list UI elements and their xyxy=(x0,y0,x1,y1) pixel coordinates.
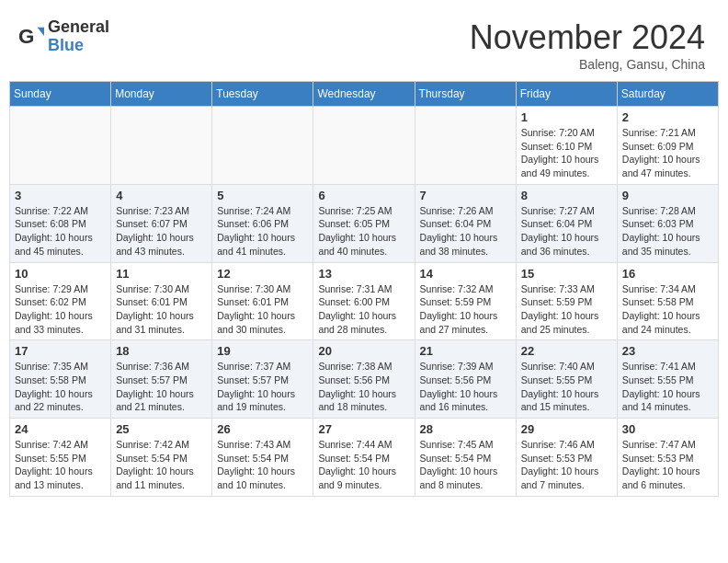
day-info: Sunrise: 7:41 AM Sunset: 5:55 PM Dayligh… xyxy=(622,360,713,414)
day-info: Sunrise: 7:25 AM Sunset: 6:05 PM Dayligh… xyxy=(318,204,409,259)
day-info: Sunrise: 7:40 AM Sunset: 5:55 PM Dayligh… xyxy=(521,360,612,414)
weekday-header: Wednesday xyxy=(313,82,415,107)
day-info: Sunrise: 7:27 AM Sunset: 6:04 PM Dayligh… xyxy=(521,204,612,259)
day-info: Sunrise: 7:38 AM Sunset: 5:56 PM Dayligh… xyxy=(318,360,409,414)
calendar-day-cell: 23Sunrise: 7:41 AM Sunset: 5:55 PM Dayli… xyxy=(617,340,718,419)
month-title: November 2024 xyxy=(470,18,705,57)
calendar-day-cell: 15Sunrise: 7:33 AM Sunset: 5:59 PM Dayli… xyxy=(516,262,617,340)
day-info: Sunrise: 7:44 AM Sunset: 5:54 PM Dayligh… xyxy=(318,438,409,492)
weekday-header: Tuesday xyxy=(212,82,313,107)
calendar-day-cell: 13Sunrise: 7:31 AM Sunset: 6:00 PM Dayli… xyxy=(313,262,415,340)
calendar-day-cell: 14Sunrise: 7:32 AM Sunset: 5:59 PM Dayli… xyxy=(415,262,516,340)
day-number: 19 xyxy=(217,344,308,358)
day-info: Sunrise: 7:29 AM Sunset: 6:02 PM Dayligh… xyxy=(15,282,106,337)
day-number: 13 xyxy=(318,267,409,281)
calendar-week-row: 1Sunrise: 7:20 AM Sunset: 6:10 PM Daylig… xyxy=(10,107,719,185)
logo-general: General xyxy=(48,18,109,37)
day-info: Sunrise: 7:33 AM Sunset: 5:59 PM Dayligh… xyxy=(521,282,612,337)
calendar-day-cell: 25Sunrise: 7:42 AM Sunset: 5:54 PM Dayli… xyxy=(111,419,212,497)
day-info: Sunrise: 7:42 AM Sunset: 5:54 PM Dayligh… xyxy=(116,438,207,492)
day-number: 26 xyxy=(217,422,308,436)
day-info: Sunrise: 7:36 AM Sunset: 5:57 PM Dayligh… xyxy=(116,360,207,414)
calendar-day-cell xyxy=(10,107,111,185)
day-info: Sunrise: 7:42 AM Sunset: 5:55 PM Dayligh… xyxy=(15,438,106,492)
calendar-day-cell: 8Sunrise: 7:27 AM Sunset: 6:04 PM Daylig… xyxy=(516,184,617,262)
calendar-day-cell: 1Sunrise: 7:20 AM Sunset: 6:10 PM Daylig… xyxy=(516,107,617,185)
svg-marker-1 xyxy=(38,28,44,36)
calendar-day-cell xyxy=(313,107,415,185)
day-info: Sunrise: 7:31 AM Sunset: 6:00 PM Dayligh… xyxy=(318,282,409,337)
day-number: 5 xyxy=(217,189,308,202)
location-subtitle: Baleng, Gansu, China xyxy=(470,57,705,72)
calendar-table: SundayMondayTuesdayWednesdayThursdayFrid… xyxy=(9,81,719,497)
day-number: 3 xyxy=(15,189,106,202)
calendar-day-cell xyxy=(415,107,516,185)
weekday-header: Monday xyxy=(111,82,212,107)
day-number: 6 xyxy=(318,189,409,202)
logo: G General Blue xyxy=(18,18,109,55)
day-number: 2 xyxy=(622,110,713,124)
day-number: 23 xyxy=(622,344,713,358)
day-info: Sunrise: 7:35 AM Sunset: 5:58 PM Dayligh… xyxy=(15,360,106,414)
day-info: Sunrise: 7:20 AM Sunset: 6:10 PM Dayligh… xyxy=(521,126,612,180)
calendar-day-cell: 16Sunrise: 7:34 AM Sunset: 5:58 PM Dayli… xyxy=(617,262,718,340)
calendar-day-cell: 30Sunrise: 7:47 AM Sunset: 5:53 PM Dayli… xyxy=(617,419,718,497)
day-number: 27 xyxy=(318,422,409,436)
day-number: 7 xyxy=(420,189,511,202)
day-number: 9 xyxy=(622,189,713,202)
calendar-week-row: 3Sunrise: 7:22 AM Sunset: 6:08 PM Daylig… xyxy=(10,184,719,262)
day-info: Sunrise: 7:30 AM Sunset: 6:01 PM Dayligh… xyxy=(217,282,308,337)
page-header: G General Blue November 2024 Baleng, Gan… xyxy=(9,9,719,81)
calendar-day-cell: 5Sunrise: 7:24 AM Sunset: 6:06 PM Daylig… xyxy=(212,184,313,262)
calendar-day-cell: 12Sunrise: 7:30 AM Sunset: 6:01 PM Dayli… xyxy=(212,262,313,340)
day-number: 12 xyxy=(217,267,308,281)
calendar-week-row: 24Sunrise: 7:42 AM Sunset: 5:55 PM Dayli… xyxy=(10,419,719,497)
day-info: Sunrise: 7:21 AM Sunset: 6:09 PM Dayligh… xyxy=(622,126,713,180)
day-info: Sunrise: 7:45 AM Sunset: 5:54 PM Dayligh… xyxy=(420,438,511,492)
calendar-day-cell: 18Sunrise: 7:36 AM Sunset: 5:57 PM Dayli… xyxy=(111,340,212,419)
calendar-day-cell xyxy=(111,107,212,185)
calendar-day-cell: 3Sunrise: 7:22 AM Sunset: 6:08 PM Daylig… xyxy=(10,184,111,262)
calendar-day-cell: 6Sunrise: 7:25 AM Sunset: 6:05 PM Daylig… xyxy=(313,184,415,262)
title-block: November 2024 Baleng, Gansu, China xyxy=(470,18,705,72)
day-number: 16 xyxy=(622,267,713,281)
weekday-header: Saturday xyxy=(617,82,718,107)
day-info: Sunrise: 7:24 AM Sunset: 6:06 PM Dayligh… xyxy=(217,204,308,259)
calendar-day-cell: 7Sunrise: 7:26 AM Sunset: 6:04 PM Daylig… xyxy=(415,184,516,262)
calendar-day-cell: 21Sunrise: 7:39 AM Sunset: 5:56 PM Dayli… xyxy=(415,340,516,419)
day-info: Sunrise: 7:47 AM Sunset: 5:53 PM Dayligh… xyxy=(622,438,713,492)
calendar-day-cell: 29Sunrise: 7:46 AM Sunset: 5:53 PM Dayli… xyxy=(516,419,617,497)
day-number: 15 xyxy=(521,267,612,281)
calendar-day-cell: 2Sunrise: 7:21 AM Sunset: 6:09 PM Daylig… xyxy=(617,107,718,185)
logo-text: General Blue xyxy=(48,18,109,55)
calendar-day-cell: 17Sunrise: 7:35 AM Sunset: 5:58 PM Dayli… xyxy=(10,340,111,419)
day-info: Sunrise: 7:46 AM Sunset: 5:53 PM Dayligh… xyxy=(521,438,612,492)
day-info: Sunrise: 7:39 AM Sunset: 5:56 PM Dayligh… xyxy=(420,360,511,414)
day-info: Sunrise: 7:34 AM Sunset: 5:58 PM Dayligh… xyxy=(622,282,713,337)
calendar-week-row: 17Sunrise: 7:35 AM Sunset: 5:58 PM Dayli… xyxy=(10,340,719,419)
calendar-day-cell: 11Sunrise: 7:30 AM Sunset: 6:01 PM Dayli… xyxy=(111,262,212,340)
day-number: 10 xyxy=(15,267,106,281)
day-number: 1 xyxy=(521,110,612,124)
calendar-day-cell: 10Sunrise: 7:29 AM Sunset: 6:02 PM Dayli… xyxy=(10,262,111,340)
calendar-day-cell: 24Sunrise: 7:42 AM Sunset: 5:55 PM Dayli… xyxy=(10,419,111,497)
calendar-day-cell: 20Sunrise: 7:38 AM Sunset: 5:56 PM Dayli… xyxy=(313,340,415,419)
svg-text:G: G xyxy=(18,24,34,47)
day-number: 8 xyxy=(521,189,612,202)
day-number: 14 xyxy=(420,267,511,281)
calendar-day-cell xyxy=(212,107,313,185)
weekday-header: Thursday xyxy=(415,82,516,107)
day-number: 22 xyxy=(521,344,612,358)
logo-blue: Blue xyxy=(48,37,109,55)
day-info: Sunrise: 7:32 AM Sunset: 5:59 PM Dayligh… xyxy=(420,282,511,337)
weekday-header: Sunday xyxy=(10,82,111,107)
day-info: Sunrise: 7:30 AM Sunset: 6:01 PM Dayligh… xyxy=(116,282,207,337)
calendar-day-cell: 9Sunrise: 7:28 AM Sunset: 6:03 PM Daylig… xyxy=(617,184,718,262)
calendar-week-row: 10Sunrise: 7:29 AM Sunset: 6:02 PM Dayli… xyxy=(10,262,719,340)
calendar-day-cell: 22Sunrise: 7:40 AM Sunset: 5:55 PM Dayli… xyxy=(516,340,617,419)
weekday-header: Friday xyxy=(516,82,617,107)
day-info: Sunrise: 7:43 AM Sunset: 5:54 PM Dayligh… xyxy=(217,438,308,492)
calendar-day-cell: 28Sunrise: 7:45 AM Sunset: 5:54 PM Dayli… xyxy=(415,419,516,497)
calendar-day-cell: 27Sunrise: 7:44 AM Sunset: 5:54 PM Dayli… xyxy=(313,419,415,497)
day-number: 17 xyxy=(15,344,106,358)
